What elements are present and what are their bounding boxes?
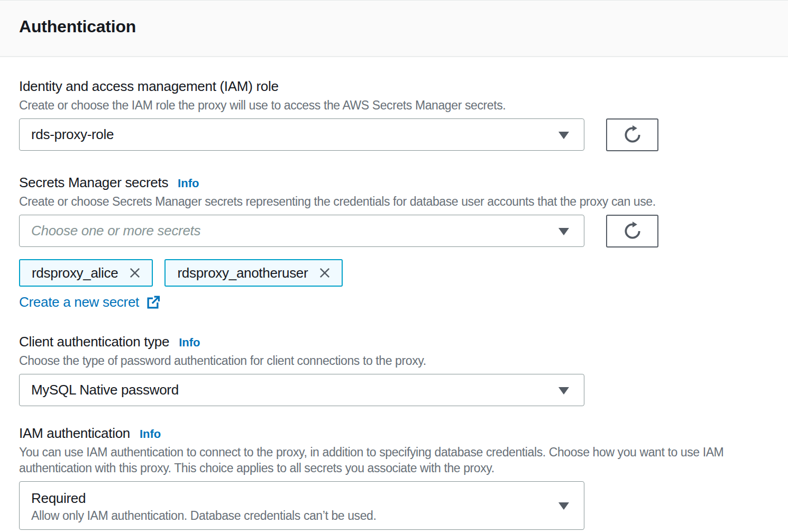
chevron-down-icon — [558, 132, 569, 139]
iam-auth-field: IAM authentication Info You can use IAM … — [19, 424, 775, 530]
secrets-multiselect[interactable]: Choose one or more secrets — [19, 215, 584, 247]
secret-token: rdsproxy_anotheruser — [164, 259, 343, 287]
secret-token-label: rdsproxy_alice — [32, 265, 118, 281]
secrets-placeholder: Choose one or more secrets — [31, 223, 200, 239]
iam-role-refresh-button[interactable] — [606, 118, 658, 151]
iam-auth-selected-value: Required — [31, 490, 552, 507]
client-auth-field: Client authentication type Info Choose t… — [19, 333, 775, 406]
iam-role-description: Create or choose the IAM role the proxy … — [19, 97, 775, 113]
iam-auth-select[interactable]: Required Allow only IAM authentication. … — [19, 481, 584, 530]
client-auth-description: Choose the type of password authenticati… — [19, 353, 775, 369]
iam-auth-description: You can use IAM authentication to connec… — [19, 444, 775, 476]
secrets-label: Secrets Manager secrets — [19, 173, 168, 191]
chevron-down-icon — [558, 228, 569, 235]
iam-role-label: Identity and access management (IAM) rol… — [19, 77, 279, 95]
selected-secrets-tokens: rdsproxy_alice rdsproxy_anotheruser — [19, 259, 775, 287]
iam-role-select[interactable]: rds-proxy-role — [19, 118, 584, 151]
secrets-info-link[interactable]: Info — [178, 176, 199, 191]
chevron-down-icon — [558, 502, 569, 510]
client-auth-label: Client authentication type — [19, 333, 169, 351]
secret-token-label: rdsproxy_anotheruser — [177, 265, 308, 281]
remove-token-icon[interactable] — [127, 265, 142, 280]
secrets-description: Create or choose Secrets Manager secrets… — [19, 194, 775, 209]
iam-auth-label: IAM authentication — [19, 424, 130, 442]
client-auth-selected-value: MySQL Native password — [31, 382, 179, 398]
create-secret-link[interactable]: Create a new secret — [19, 294, 160, 310]
iam-role-selected-value: rds-proxy-role — [31, 126, 114, 143]
create-secret-link-label: Create a new secret — [19, 294, 139, 310]
client-auth-select[interactable]: MySQL Native password — [19, 374, 584, 406]
section-header: Authentication — [0, 0, 788, 57]
iam-auth-selected-description: Allow only IAM authentication. Database … — [31, 508, 552, 524]
iam-role-field: Identity and access management (IAM) rol… — [19, 77, 775, 151]
refresh-icon — [622, 125, 643, 145]
secrets-refresh-button[interactable] — [606, 215, 658, 247]
chevron-down-icon — [558, 387, 569, 395]
authentication-form: Identity and access management (IAM) rol… — [0, 57, 788, 530]
page-title: Authentication — [19, 17, 136, 36]
client-auth-info-link[interactable]: Info — [179, 335, 200, 351]
external-link-icon — [145, 295, 160, 310]
secret-token: rdsproxy_alice — [19, 259, 153, 287]
remove-token-icon[interactable] — [317, 265, 332, 280]
refresh-icon — [622, 221, 643, 241]
secrets-field: Secrets Manager secrets Info Create or c… — [19, 173, 775, 310]
iam-auth-info-link[interactable]: Info — [140, 426, 161, 442]
